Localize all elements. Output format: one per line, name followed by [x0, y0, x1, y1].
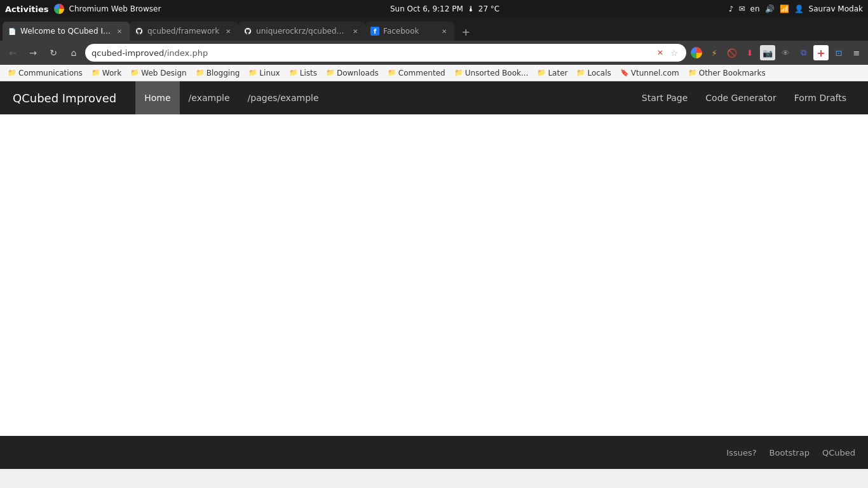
site-footer: Issues? Bootstrap QCubed: [0, 436, 868, 469]
stop-icon[interactable]: ✕: [654, 47, 666, 58]
rss-icon[interactable]: ⊡: [831, 45, 846, 60]
footer-bootstrap[interactable]: Bootstrap: [770, 448, 810, 458]
browser-window: 📄 Welcome to QCubed Impr... ✕ qcubed/fra…: [0, 18, 868, 469]
nav-home[interactable]: Home: [135, 81, 179, 114]
system-bar-left: Activities Chromium Web Browser: [5, 4, 161, 14]
github-icon: [135, 27, 144, 36]
temperature: 27 °C: [478, 4, 499, 13]
hamburger-icon[interactable]: ≡: [849, 45, 864, 60]
user-icon: 👤: [794, 4, 804, 13]
folder-icon: 📁: [454, 69, 463, 77]
bookmark-lists[interactable]: 📁 Lists: [285, 67, 321, 79]
folder-icon: 📁: [688, 69, 697, 77]
tab-2-favicon: [135, 27, 144, 36]
facebook-icon: f: [370, 27, 379, 36]
folder-icon: 📁: [537, 69, 546, 77]
bookmark-label: Locals: [587, 69, 611, 78]
tab-2-close[interactable]: ✕: [223, 26, 233, 36]
chromium-menu-icon[interactable]: [689, 45, 704, 60]
folder-icon: 📁: [388, 69, 397, 77]
bookmark-linux[interactable]: 📁 Linux: [245, 67, 283, 79]
reload-button[interactable]: ↻: [44, 44, 62, 62]
bookmark-blogging[interactable]: 📁 Blogging: [192, 67, 244, 79]
folder-icon: 📁: [289, 69, 298, 77]
tab-3[interactable]: uniquerockrz/qcubed-im... ✕: [238, 22, 365, 41]
tab-3-close[interactable]: ✕: [350, 26, 360, 36]
bookmark-vtunnel[interactable]: 🔖 Vtunnel.com: [616, 67, 683, 79]
tab-4[interactable]: f Facebook ✕: [365, 22, 454, 41]
bookmark-other[interactable]: 📁 Other Bookmarks: [684, 67, 770, 79]
folder-icon: 📁: [576, 69, 585, 77]
bookmark-work[interactable]: 📁 Work: [88, 67, 125, 79]
plus-icon[interactable]: +: [813, 45, 829, 60]
tab-2-title: qcubed/framework: [147, 27, 219, 36]
back-button[interactable]: ←: [4, 44, 22, 62]
activities-button[interactable]: Activities: [5, 4, 49, 14]
bookmark-label: Vtunnel.com: [631, 69, 679, 78]
nav-pages-example[interactable]: /pages/example: [239, 81, 328, 114]
chromium-icon: [54, 4, 64, 14]
nav-example[interactable]: /example: [180, 81, 239, 114]
tab-4-title: Facebook: [383, 27, 435, 36]
bookmark-webdesign[interactable]: 📁 Web Design: [126, 67, 190, 79]
github-icon-2: [243, 27, 252, 36]
bookmark-label: Other Bookmarks: [699, 69, 766, 78]
address-text: qcubed-improved/index.php: [92, 48, 651, 58]
bookmark-locals[interactable]: 📁 Locals: [573, 67, 614, 79]
footer-qcubed[interactable]: QCubed: [822, 448, 855, 458]
folder-icon: 📁: [8, 69, 17, 77]
bookmarks-bar: 📁 Communications 📁 Work 📁 Web Design 📁 B…: [0, 65, 868, 81]
zap-icon[interactable]: ⚡: [707, 45, 722, 60]
system-bar-center: Sun Oct 6, 9:12 PM 🌡 27 °C: [390, 4, 499, 13]
block-icon[interactable]: 🚫: [724, 45, 740, 60]
nav-bar: ← → ↻ ⌂ qcubed-improved/index.php ✕ ☆ ⚡ …: [0, 41, 868, 65]
url-path: /index.php: [164, 48, 208, 58]
nav-form-drafts[interactable]: Form Drafts: [785, 81, 855, 114]
bookmark-unsorted[interactable]: 📁 Unsorted Book...: [451, 67, 532, 79]
footer-issues[interactable]: Issues?: [726, 448, 756, 458]
bookmark-label: Blogging: [207, 69, 240, 78]
page-icon: 🔖: [620, 69, 629, 77]
tab-4-close[interactable]: ✕: [439, 26, 449, 36]
bookmark-label: Web Design: [141, 69, 186, 78]
datetime: Sun Oct 6, 9:12 PM: [390, 4, 463, 13]
username: Saurav Modak: [809, 4, 863, 13]
pocket-icon[interactable]: ⬇: [742, 45, 757, 60]
tab-bar: 📄 Welcome to QCubed Impr... ✕ qcubed/fra…: [0, 18, 868, 41]
address-icons: ✕ ☆: [654, 47, 680, 58]
system-bar-right: ♪ ✉ en 🔊 📶 👤 Saurav Modak: [729, 4, 863, 13]
nav-code-generator[interactable]: Code Generator: [696, 81, 785, 114]
folder-icon: 📁: [196, 69, 205, 77]
bookmark-label: Unsorted Book...: [465, 69, 529, 78]
bookmark-communications[interactable]: 📁 Communications: [4, 67, 86, 79]
eye-icon[interactable]: 👁: [778, 45, 793, 60]
tab-2[interactable]: qcubed/framework ✕: [130, 22, 238, 41]
folder-icon: 📁: [92, 69, 100, 77]
site-brand: QCubed Improved: [13, 92, 116, 105]
bookmark-downloads[interactable]: 📁 Downloads: [322, 67, 383, 79]
site-nav-right: Start Page Code Generator Form Drafts: [633, 81, 855, 114]
bookmark-star-icon[interactable]: ☆: [668, 47, 680, 58]
bookmark-label: Linux: [259, 69, 280, 78]
bookmark-commented[interactable]: 📁 Commented: [384, 67, 449, 79]
bookmark-later[interactable]: 📁 Later: [533, 67, 571, 79]
main-content: [0, 114, 868, 458]
bookmark-label: Work: [102, 69, 121, 78]
new-tab-button[interactable]: +: [457, 23, 475, 41]
screenshot-icon[interactable]: 📷: [760, 45, 775, 60]
tab-1-close[interactable]: ✕: [114, 26, 125, 36]
tab-1-favicon: 📄: [8, 27, 17, 36]
forward-button[interactable]: →: [24, 44, 42, 62]
tab-3-favicon: [243, 27, 252, 36]
layers-icon[interactable]: ⧉: [796, 45, 811, 60]
bookmark-label: Commented: [398, 69, 445, 78]
address-bar[interactable]: qcubed-improved/index.php ✕ ☆: [85, 44, 686, 62]
nav-start-page[interactable]: Start Page: [633, 81, 697, 114]
folder-icon: 📁: [326, 69, 335, 77]
tab-1[interactable]: 📄 Welcome to QCubed Impr... ✕: [3, 22, 130, 41]
bookmark-label: Downloads: [337, 69, 379, 78]
home-button[interactable]: ⌂: [65, 44, 83, 62]
browser-name: Chromium Web Browser: [69, 4, 161, 13]
folder-icon: 📁: [130, 69, 139, 77]
tab-1-title: Welcome to QCubed Impr...: [20, 27, 111, 36]
